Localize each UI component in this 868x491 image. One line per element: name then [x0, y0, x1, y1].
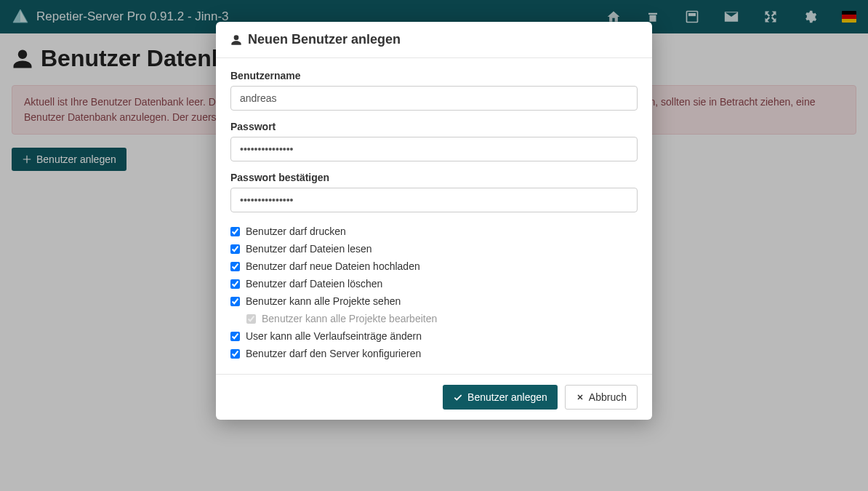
password-input[interactable]: [230, 137, 638, 161]
check-icon: [453, 392, 463, 402]
perm-readfiles-label: Benutzer darf Dateien lesen: [246, 243, 372, 255]
modal-footer: Benutzer anlegen Abbruch: [216, 374, 652, 420]
perm-print-row[interactable]: Benutzer darf drucken: [230, 223, 638, 240]
add-user-modal: Neuen Benutzer anlegen Benutzername Pass…: [216, 22, 652, 420]
perm-delete-row[interactable]: Benutzer darf Dateien löschen: [230, 275, 638, 292]
perm-readfiles-checkbox[interactable]: [230, 244, 240, 254]
perm-upload-checkbox[interactable]: [230, 262, 240, 271]
perm-print-checkbox[interactable]: [230, 227, 240, 236]
perm-delete-checkbox[interactable]: [230, 279, 240, 289]
password-confirm-label: Passwort bestätigen: [230, 172, 638, 183]
modal-body: Benutzername Passwort Passwort bestätige…: [216, 58, 652, 374]
cancel-button[interactable]: Abbruch: [565, 385, 638, 410]
perm-readfiles-row[interactable]: Benutzer darf Dateien lesen: [230, 240, 638, 258]
perm-editprojects-label: Benutzer kann alle Projekte bearbeiten: [262, 313, 437, 324]
close-icon: [576, 393, 584, 402]
perm-edithistory-checkbox[interactable]: [230, 332, 240, 341]
modal-header: Neuen Benutzer anlegen: [216, 22, 652, 58]
perm-edithistory-label: User kann alle Verlaufseinträge ändern: [246, 330, 422, 342]
username-input[interactable]: [230, 86, 638, 111]
perm-edithistory-row[interactable]: User kann alle Verlaufseinträge ändern: [230, 327, 638, 345]
perm-editprojects-checkbox: [246, 314, 256, 324]
perm-seeprojects-row[interactable]: Benutzer kann alle Projekte sehen: [230, 292, 638, 310]
perm-configure-checkbox[interactable]: [230, 349, 240, 359]
user-icon: [230, 34, 242, 46]
password-confirm-input[interactable]: [230, 188, 638, 212]
perm-upload-row[interactable]: Benutzer darf neue Dateien hochladen: [230, 258, 638, 275]
perm-seeprojects-checkbox[interactable]: [230, 297, 240, 306]
perm-configure-label: Benutzer darf den Server konfigurieren: [246, 348, 421, 359]
perm-delete-label: Benutzer darf Dateien löschen: [246, 278, 382, 290]
password-label: Passwort: [230, 121, 638, 132]
perm-configure-row[interactable]: Benutzer darf den Server konfigurieren: [230, 345, 638, 362]
perm-editprojects-row: Benutzer kann alle Projekte bearbeiten: [246, 310, 638, 327]
perm-upload-label: Benutzer darf neue Dateien hochladen: [246, 260, 420, 272]
perm-seeprojects-label: Benutzer kann alle Projekte sehen: [246, 295, 401, 307]
modal-backdrop[interactable]: Neuen Benutzer anlegen Benutzername Pass…: [0, 0, 868, 491]
submit-button[interactable]: Benutzer anlegen: [443, 385, 558, 410]
perm-print-label: Benutzer darf drucken: [246, 225, 346, 237]
username-label: Benutzername: [230, 70, 638, 81]
